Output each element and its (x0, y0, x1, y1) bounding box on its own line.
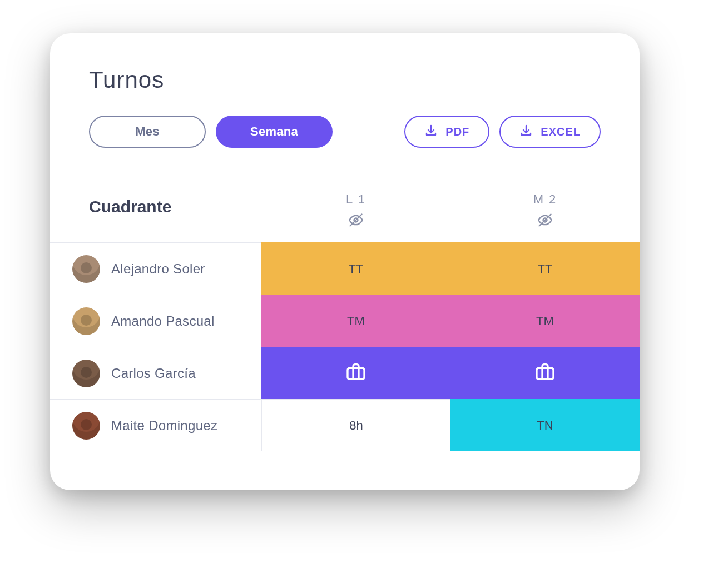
day-header: L 1 (261, 187, 450, 242)
svg-rect-7 (537, 368, 553, 379)
employee-name: Maite Dominguez (111, 418, 217, 433)
employee-cell[interactable]: Amando Pascual (50, 295, 261, 347)
day-header: M 2 (450, 187, 640, 242)
download-icon (519, 124, 533, 140)
shift-panel: Turnos Mes Semana PDF EXCEL Cu (50, 33, 640, 490)
shift-cell[interactable] (261, 347, 450, 399)
export-excel-button[interactable]: EXCEL (499, 116, 601, 148)
avatar (72, 307, 100, 335)
export-excel-label: EXCEL (541, 126, 581, 138)
view-month-button[interactable]: Mes (89, 116, 206, 148)
download-icon (424, 124, 438, 140)
eye-off-icon[interactable] (537, 212, 553, 231)
schedule-label: Cuadrante (50, 187, 261, 242)
shift-cell[interactable] (450, 347, 640, 399)
employee-name: Amando Pascual (111, 313, 215, 329)
view-week-button[interactable]: Semana (216, 116, 333, 148)
employee-name: Carlos García (111, 366, 196, 381)
view-month-label: Mes (135, 124, 160, 139)
briefcase-icon (534, 361, 556, 386)
view-week-label: Semana (250, 124, 298, 139)
avatar (72, 412, 100, 440)
avatar (72, 255, 100, 283)
controls-row: Mes Semana PDF EXCEL (50, 116, 640, 187)
shift-cell[interactable]: TN (450, 399, 640, 451)
svg-rect-4 (348, 368, 364, 379)
export-pdf-label: PDF (445, 126, 469, 138)
eye-off-icon[interactable] (348, 212, 364, 231)
shift-cell[interactable]: TM (450, 295, 640, 347)
shift-cell[interactable]: TT (261, 242, 450, 295)
employee-name: Alejandro Soler (111, 261, 205, 277)
export-pdf-button[interactable]: PDF (404, 116, 489, 148)
day-header-label: L 1 (346, 192, 366, 207)
employee-cell[interactable]: Carlos García (50, 347, 261, 399)
page-title: Turnos (50, 67, 640, 116)
employee-cell[interactable]: Maite Dominguez (50, 399, 261, 451)
day-header-label: M 2 (533, 192, 557, 207)
avatar (72, 360, 100, 387)
briefcase-icon (345, 361, 367, 386)
employee-cell[interactable]: Alejandro Soler (50, 242, 261, 295)
shift-cell[interactable]: TM (261, 295, 450, 347)
shift-cell[interactable]: 8h (261, 399, 450, 451)
schedule-grid: Cuadrante L 1M 2Alejandro SolerTTTTAmand… (50, 187, 640, 451)
shift-cell[interactable]: TT (450, 242, 640, 295)
